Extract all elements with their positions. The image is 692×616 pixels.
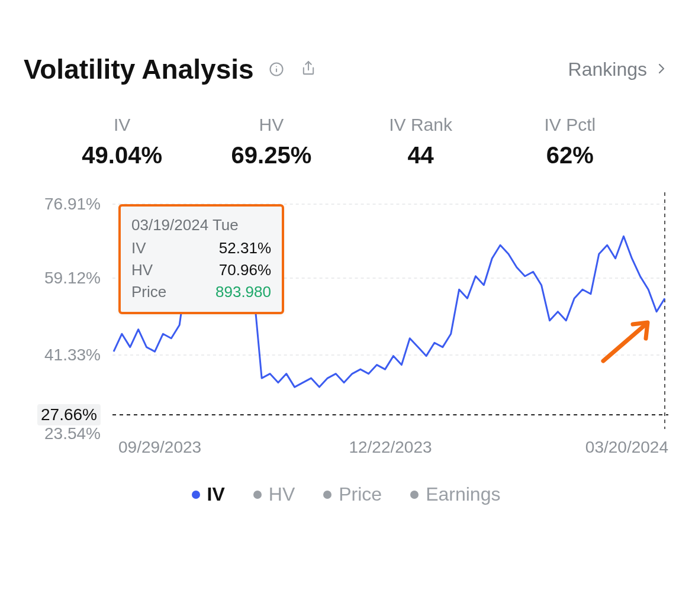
- rankings-link[interactable]: Rankings: [568, 59, 668, 80]
- rankings-label: Rankings: [568, 59, 647, 80]
- ylabel-3: 41.33%: [44, 346, 101, 365]
- header-row: Volatility Analysis Rankings: [24, 53, 668, 85]
- ylabel-5: 23.54%: [44, 424, 101, 443]
- metric-iv-value: 49.04%: [47, 142, 197, 169]
- chevron-right-icon: [654, 59, 668, 80]
- page-title: Volatility Analysis: [24, 53, 254, 85]
- tooltip-hv-row: HV 70.96%: [131, 261, 271, 279]
- metric-iv-label: IV: [47, 115, 197, 135]
- metric-ivrank: IV Rank 44: [346, 115, 495, 169]
- legend-price-label: Price: [339, 483, 382, 505]
- metric-ivpctl-label: IV Pctl: [495, 115, 645, 135]
- tooltip-iv-row: IV 52.31%: [131, 239, 271, 257]
- tooltip-iv-value: 52.31%: [219, 239, 271, 257]
- info-icon[interactable]: [267, 60, 286, 79]
- share-icon[interactable]: [299, 60, 318, 79]
- legend-earnings-label: Earnings: [426, 483, 500, 505]
- xlabel-2: 12/22/2023: [349, 438, 432, 457]
- x-axis-labels: 09/29/2023 12/22/2023 03/20/2024: [112, 432, 668, 465]
- tooltip-hv-value: 70.96%: [219, 261, 271, 279]
- tooltip-iv-label: IV: [131, 239, 146, 257]
- metric-ivpctl-value: 62%: [495, 142, 645, 169]
- legend-iv[interactable]: IV: [192, 483, 225, 505]
- ylabel-highlight: 27.66%: [37, 404, 101, 425]
- header-left: Volatility Analysis: [24, 53, 318, 85]
- legend-dot-icon: [192, 491, 200, 499]
- chart-area[interactable]: 76.91% 59.12% 41.33% 27.66% 23.54% 03/19…: [24, 192, 668, 465]
- tooltip-price-row: Price 893.980: [131, 283, 271, 301]
- tooltip-price-label: Price: [131, 283, 166, 301]
- metric-hv-label: HV: [197, 115, 346, 135]
- metrics-row: IV 49.04% HV 69.25% IV Rank 44 IV Pctl 6…: [24, 115, 668, 169]
- metric-ivrank-value: 44: [346, 142, 495, 169]
- y-axis-labels: 76.91% 59.12% 41.33% 27.66% 23.54%: [24, 192, 107, 465]
- ylabel-1: 76.91%: [44, 195, 101, 214]
- tooltip-date: 03/19/2024 Tue: [131, 216, 271, 234]
- legend-earnings[interactable]: Earnings: [410, 483, 500, 505]
- metric-iv: IV 49.04%: [47, 115, 197, 169]
- annotation-arrow-icon: [597, 314, 656, 369]
- chart-tooltip: 03/19/2024 Tue IV 52.31% HV 70.96% Price…: [118, 204, 284, 314]
- legend-dot-icon: [323, 491, 331, 499]
- metric-ivrank-label: IV Rank: [346, 115, 495, 135]
- legend-hv-label: HV: [269, 483, 295, 505]
- ylabel-2: 59.12%: [44, 269, 101, 288]
- svg-point-2: [276, 66, 277, 67]
- tooltip-hv-label: HV: [131, 261, 153, 279]
- legend-iv-label: IV: [207, 483, 225, 505]
- legend-dot-icon: [410, 491, 419, 499]
- svg-line-9: [603, 324, 646, 361]
- legend-price[interactable]: Price: [323, 483, 382, 505]
- tooltip-price-value: 893.980: [215, 283, 271, 301]
- legend-dot-icon: [253, 491, 262, 499]
- metric-hv-value: 69.25%: [197, 142, 346, 169]
- xlabel-1: 09/29/2023: [118, 438, 201, 457]
- legend-hv[interactable]: HV: [253, 483, 295, 505]
- metric-hv: HV 69.25%: [197, 115, 346, 169]
- chart-legend: IV HV Price Earnings: [24, 483, 668, 505]
- metric-ivpctl: IV Pctl 62%: [495, 115, 645, 169]
- xlabel-3: 03/20/2024: [585, 438, 668, 457]
